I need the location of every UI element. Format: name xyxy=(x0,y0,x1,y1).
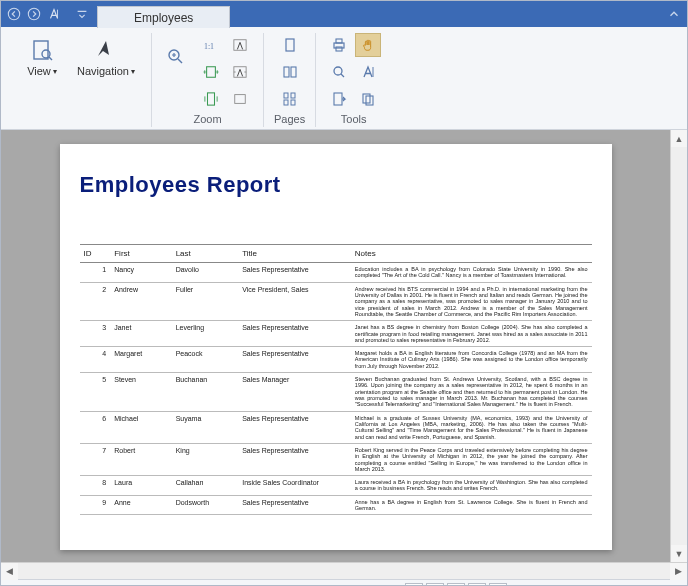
chevron-down-icon: ▾ xyxy=(53,67,57,76)
view-icon xyxy=(29,37,55,63)
view-label: View xyxy=(27,65,51,77)
titlebar: Employees xyxy=(1,1,687,27)
table-row: 8LauraCallahanInside Sales CoordinatorLa… xyxy=(80,476,592,496)
navigation-label: Navigation xyxy=(77,65,129,77)
pages-two-button[interactable] xyxy=(277,60,303,84)
svg-point-3 xyxy=(42,50,50,58)
navigation-icon xyxy=(93,37,119,63)
table-row: 4MargaretPeacockSales RepresentativeMarg… xyxy=(80,347,592,373)
layout-two-continuous-button[interactable] xyxy=(468,583,486,587)
copy-button[interactable] xyxy=(355,87,381,111)
col-title: Title xyxy=(238,245,351,263)
layout-continuous-button[interactable] xyxy=(426,583,444,587)
vertical-scrollbar[interactable]: ▲ ▼ xyxy=(670,130,687,562)
table-row: 6MichaelSuyamaSales RepresentativeMichae… xyxy=(80,411,592,443)
table-row: 9AnneDodsworthSales RepresentativeAnne h… xyxy=(80,495,592,515)
hand-tool-button[interactable] xyxy=(355,33,381,57)
zoom-group-label: Zoom xyxy=(193,113,221,127)
svg-rect-10 xyxy=(235,95,246,104)
tab-label: Employees xyxy=(134,11,193,25)
report-page: Employees Report ID First Last Title Not… xyxy=(60,144,612,550)
zoom-actual-size-button[interactable]: 1:1 xyxy=(198,33,224,57)
table-row: 1NancyDavolioSales RepresentativeEducati… xyxy=(80,263,592,283)
pages-group-label: Pages xyxy=(274,113,305,127)
pages-single-button[interactable] xyxy=(277,33,303,57)
scroll-down-button[interactable]: ▼ xyxy=(671,545,687,562)
view-button[interactable]: View ▾ xyxy=(19,33,65,81)
export-button[interactable] xyxy=(326,87,352,111)
pages-multi-button[interactable] xyxy=(277,87,303,111)
employees-table: ID First Last Title Notes 1NancyDavolioS… xyxy=(80,244,592,515)
document-canvas[interactable]: Employees Report ID First Last Title Not… xyxy=(1,130,670,562)
zoom-custom-button[interactable] xyxy=(227,87,253,111)
col-notes: Notes xyxy=(351,245,592,263)
tools-group-label: Tools xyxy=(341,113,367,127)
svg-rect-11 xyxy=(286,39,294,51)
ribbon-collapse-button[interactable] xyxy=(665,5,683,23)
svg-text:1:1: 1:1 xyxy=(204,42,214,51)
qat-back-button[interactable] xyxy=(5,5,23,23)
svg-rect-12 xyxy=(284,67,289,77)
svg-rect-9 xyxy=(207,93,214,105)
qat-text-select-button[interactable] xyxy=(45,5,63,23)
zoom-fit-width-button[interactable] xyxy=(198,60,224,84)
col-id: ID xyxy=(80,245,111,263)
chevron-down-icon: ▾ xyxy=(131,67,135,76)
find-button[interactable] xyxy=(326,60,352,84)
qat-forward-button[interactable] xyxy=(25,5,43,23)
scroll-up-button[interactable]: ▲ xyxy=(671,130,687,147)
print-button[interactable] xyxy=(326,33,352,57)
svg-rect-22 xyxy=(334,93,342,105)
zoom-text-width-button[interactable] xyxy=(227,33,253,57)
col-first: First xyxy=(110,245,171,263)
table-row: 2AndrewFullerVice President, SalesAndrew… xyxy=(80,282,592,321)
layout-single-button[interactable] xyxy=(405,583,423,587)
scroll-right-button[interactable]: ▶ xyxy=(670,563,687,580)
table-row: 7RobertKingSales RepresentativeRobert Ki… xyxy=(80,443,592,475)
svg-rect-13 xyxy=(291,67,296,77)
horizontal-scrollbar[interactable]: ◀ ▶ xyxy=(1,562,687,579)
document-viewer: Employees Report ID First Last Title Not… xyxy=(1,130,687,562)
svg-point-0 xyxy=(8,8,19,19)
svg-rect-7 xyxy=(207,67,216,78)
status-bar: Ready − + 66% xyxy=(1,579,687,586)
svg-rect-14 xyxy=(284,93,288,98)
zoom-fit-width-alt-button[interactable] xyxy=(227,60,253,84)
report-title: Employees Report xyxy=(80,172,592,198)
svg-point-1 xyxy=(28,8,39,19)
text-select-tool-button[interactable] xyxy=(355,60,381,84)
svg-point-21 xyxy=(334,67,342,75)
navigation-button[interactable]: Navigation ▾ xyxy=(71,33,141,81)
group-spacer xyxy=(78,99,81,113)
zoom-tool-button[interactable] xyxy=(162,33,190,81)
zoom-fit-page-button[interactable] xyxy=(198,87,224,111)
tab-employees[interactable]: Employees xyxy=(97,6,230,28)
scroll-left-button[interactable]: ◀ xyxy=(1,563,18,580)
ribbon: View ▾ Navigation ▾ 1:1 Zoom xyxy=(1,27,687,130)
table-row: 3JanetLeverlingSales RepresentativeJanet… xyxy=(80,321,592,347)
svg-rect-16 xyxy=(284,100,288,105)
table-row: 5StevenBuchananSales ManagerSteven Bucha… xyxy=(80,373,592,412)
col-last: Last xyxy=(172,245,239,263)
layout-thumbnails-button[interactable] xyxy=(489,583,507,587)
qat-customize-button[interactable] xyxy=(73,5,91,23)
svg-rect-15 xyxy=(291,93,295,98)
svg-rect-17 xyxy=(291,100,295,105)
layout-two-button[interactable] xyxy=(447,583,465,587)
